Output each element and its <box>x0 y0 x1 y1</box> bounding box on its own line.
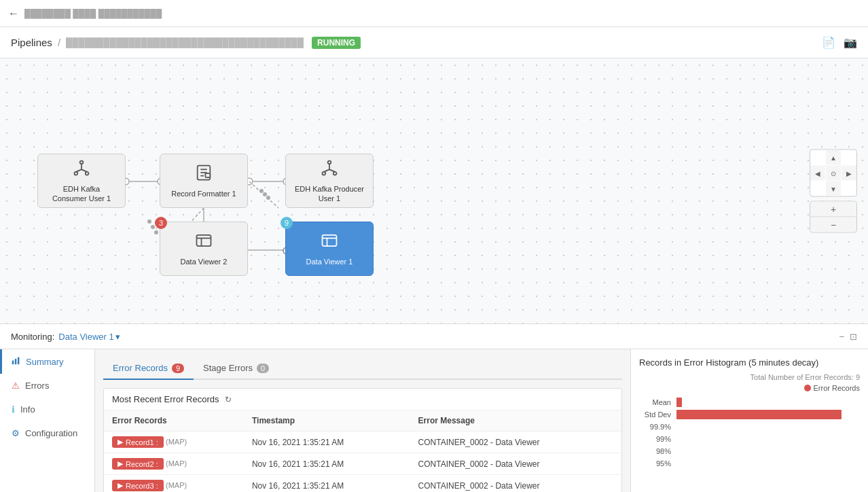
nav-up-button[interactable]: ▲ <box>826 150 841 165</box>
back-button[interactable]: ← <box>8 7 19 20</box>
expand-button[interactable]: ⊡ <box>850 332 857 342</box>
error-panel-title: Most Recent Error Records <box>112 394 219 404</box>
nav-center-button[interactable]: ⊙ <box>826 166 841 181</box>
record-formatter-label: Record Formatter 1 <box>171 189 236 198</box>
chart-row: 99.9% <box>639 422 860 432</box>
chart-bar <box>676 410 842 419</box>
right-panel: Records in Error Histogram (5 minutes de… <box>630 349 868 492</box>
chart-label: 99% <box>639 435 676 443</box>
data-viewer-2-badge: 3 <box>155 217 167 229</box>
sidebar-configuration-label: Configuration <box>25 428 77 438</box>
record-formatter-icon <box>194 163 213 186</box>
play-icon: ▶ <box>117 459 123 468</box>
chart-label: 99.9% <box>639 423 676 431</box>
table-row: ▶ Record3 : (MAP) Nov 16, 2021 1:35:21 A… <box>104 475 621 493</box>
svg-point-16 <box>151 225 155 229</box>
node-data-viewer-1[interactable]: 9 Data Viewer 1 <box>285 222 374 276</box>
chart-label: Mean <box>639 398 676 406</box>
svg-point-18 <box>80 160 84 164</box>
sidebar-item-errors[interactable]: ⚠ Errors <box>0 374 94 398</box>
timestamp-cell: Nov 16, 2021 1:35:21 AM <box>244 453 410 475</box>
error-records-panel: Most Recent Error Records ↻ Error Record… <box>103 388 622 492</box>
refresh-icon[interactable]: ↻ <box>225 395 232 404</box>
node-data-viewer-2[interactable]: 3 Data Viewer 2 <box>160 222 248 276</box>
node-kafka-producer[interactable]: EDH Kafka ProducerUser 1 <box>285 154 374 208</box>
message-cell: CONTAINER_0002 - Data Viewer <box>410 432 621 453</box>
record-cell: ▶ Record1 : (MAP) <box>104 432 244 453</box>
tab-error-records[interactable]: Error Records 9 <box>103 357 194 380</box>
svg-rect-41 <box>12 361 14 365</box>
svg-point-17 <box>154 230 158 234</box>
col-timestamp: Timestamp <box>244 410 410 432</box>
configuration-icon: ⚙ <box>12 428 20 438</box>
record-type: (MAP) <box>166 481 187 489</box>
nav-down-button[interactable]: ▼ <box>826 181 841 196</box>
svg-line-10 <box>249 181 278 208</box>
sidebar-item-info[interactable]: ℹ Info <box>0 398 94 421</box>
record-cell: ▶ Record3 : (MAP) <box>104 475 244 493</box>
record-button[interactable]: ▶ Record2 : <box>112 458 164 470</box>
legend-label: Error Records <box>814 384 860 392</box>
sidebar-item-configuration[interactable]: ⚙ Configuration <box>0 421 94 445</box>
sidebar-summary-label: Summary <box>26 357 64 367</box>
svg-point-30 <box>323 172 326 175</box>
nav-right-button[interactable]: ▶ <box>842 166 856 181</box>
chart-row: Mean <box>639 398 860 407</box>
sidebar: Summary ⚠ Errors ℹ Info ⚙ Configuration <box>0 349 95 492</box>
chart-label: Std Dev <box>639 410 676 419</box>
chart-bar-container <box>676 459 860 468</box>
zoom-out-button[interactable]: − <box>810 217 856 232</box>
legend-dot <box>804 385 811 391</box>
record-button[interactable]: ▶ Record3 : <box>112 480 164 491</box>
tab-stage-errors[interactable]: Stage Errors 0 <box>194 357 278 380</box>
zoom-buttons: + − <box>810 201 857 233</box>
table-row: ▶ Record2 : (MAP) Nov 16, 2021 1:35:21 A… <box>104 453 621 475</box>
monitoring-controls: − ⊡ <box>839 332 857 342</box>
header-icons: 📄 📷 <box>822 36 857 49</box>
data-viewer-2-label: Data Viewer 2 <box>181 257 228 266</box>
svg-point-15 <box>147 219 151 224</box>
node-record-formatter[interactable]: Record Formatter 1 <box>160 154 248 208</box>
chart-row: 99% <box>639 434 860 444</box>
histogram-meta: Total Number of Error Records: 9 <box>639 373 860 381</box>
sidebar-info-label: Info <box>20 404 35 415</box>
sidebar-item-summary[interactable]: Summary <box>0 349 94 374</box>
svg-point-14 <box>266 196 270 200</box>
monitoring-target[interactable]: Data Viewer 1 ▾ <box>58 332 120 342</box>
nav-left-button[interactable]: ◀ <box>810 166 825 181</box>
message-cell: CONTAINER_0002 - Data Viewer <box>410 453 621 475</box>
separator: / <box>58 37 60 48</box>
record-cell: ▶ Record2 : (MAP) <box>104 453 244 475</box>
play-icon: ▶ <box>117 438 123 446</box>
camera-icon[interactable]: 📷 <box>844 36 857 49</box>
data-viewer-1-icon <box>320 231 339 254</box>
tab-stage-errors-count: 0 <box>257 364 269 373</box>
svg-point-19 <box>75 172 78 175</box>
chart-bar-container <box>676 446 860 456</box>
record-button[interactable]: ▶ Record1 : <box>112 436 164 448</box>
chart-row: 95% <box>639 459 860 468</box>
col-error-records: Error Records <box>104 410 244 432</box>
zoom-in-button[interactable]: + <box>810 202 856 217</box>
svg-rect-35 <box>197 235 211 246</box>
svg-point-29 <box>328 160 331 164</box>
svg-rect-43 <box>18 357 19 365</box>
histogram-chart: Mean Std Dev 99.9% 99% 98% 95% <box>639 398 860 468</box>
error-panel-header: Most Recent Error Records ↻ <box>104 389 621 410</box>
tab-stage-errors-label: Stage Errors <box>203 363 253 373</box>
minimize-button[interactable]: − <box>839 332 844 342</box>
bottom-section: Summary ⚠ Errors ℹ Info ⚙ Configuration … <box>0 349 868 492</box>
svg-point-31 <box>333 172 337 175</box>
error-table: Error Records Timestamp Error Message ▶ … <box>104 410 621 492</box>
chart-bar <box>676 398 682 407</box>
chart-bar-container <box>676 398 860 407</box>
svg-line-23 <box>82 169 87 172</box>
doc-icon[interactable]: 📄 <box>822 36 835 49</box>
chart-row: Std Dev <box>639 410 860 419</box>
chart-bar-container <box>676 422 860 432</box>
svg-point-12 <box>259 189 264 193</box>
pipelines-label: Pipelines <box>11 37 52 48</box>
node-kafka-consumer[interactable]: EDH KafkaConsumer User 1 <box>37 154 126 208</box>
col-error-message: Error Message <box>410 410 621 432</box>
zoom-controls: ▲ ◀ ⊙ ▶ ▼ + − <box>810 150 857 233</box>
